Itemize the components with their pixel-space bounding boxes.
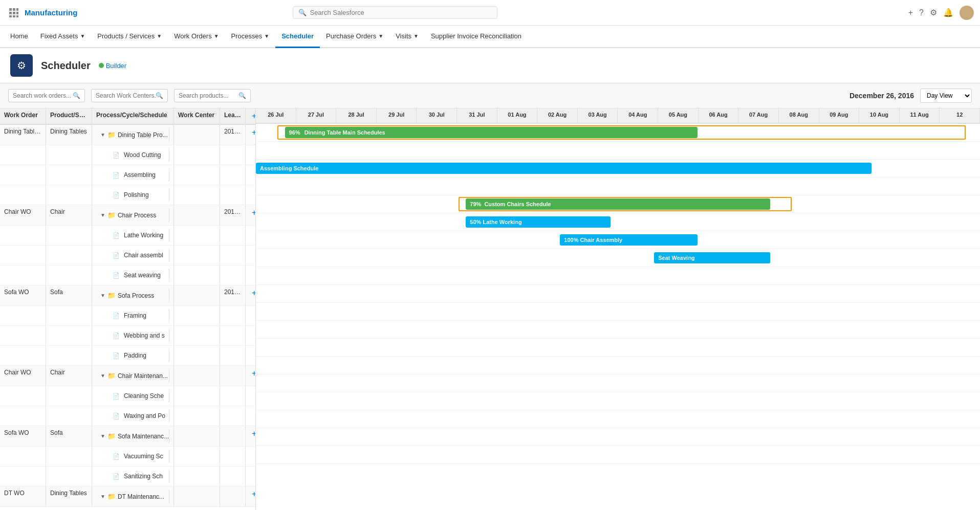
add-row-button[interactable]: + <box>250 208 256 217</box>
add-row-button[interactable]: + <box>250 128 256 137</box>
top-right-icons: + ? ⚙ 🔔 <box>908 6 974 20</box>
timeline-col: 04 Aug <box>618 108 658 123</box>
builder-link[interactable]: Builder <box>99 62 126 70</box>
expand-icon[interactable]: ▼ <box>100 494 105 499</box>
search-input[interactable] <box>310 9 492 16</box>
table-row: 📄Vacuuming Sc <box>0 447 255 467</box>
search-icon: 🔍 <box>238 92 246 99</box>
folder-icon: 📁 <box>107 432 116 440</box>
expand-icon[interactable]: ▼ <box>100 132 105 138</box>
gantt-inner: 26 Jul 27 Jul 28 Jul 29 Jul 30 Jul 31 Ju… <box>256 108 980 464</box>
timeline-col: 08 Aug <box>779 108 819 123</box>
gantt-bar-dining-table-main[interactable]: 96% Dinning Table Main Schedules <box>285 127 698 138</box>
table-row: 📄Webbing and s <box>0 326 255 346</box>
doc-icon: 📄 <box>113 313 120 319</box>
gantt-bar-row <box>256 357 980 374</box>
add-icon[interactable]: + <box>908 8 913 17</box>
timeline-col: 05 Aug <box>658 108 699 123</box>
gantt-bar-row: Seat Weaving <box>256 249 980 267</box>
scheduler-icon: ⚙ <box>10 54 33 77</box>
search-work-centers-input[interactable]: 🔍 <box>91 89 168 102</box>
process-cell: ▼ 📁 Chair Process <box>92 205 174 225</box>
settings-icon[interactable]: ⚙ <box>930 8 937 17</box>
gantt-bar-chair-assembly[interactable]: 100% Chair Assembly <box>560 234 698 246</box>
bar-percent: 79% <box>470 201 481 207</box>
nav-item-visits[interactable]: Visits ▼ <box>389 26 425 48</box>
add-row-button[interactable]: + <box>250 429 256 438</box>
add-col-button[interactable]: + <box>250 112 256 121</box>
expand-icon[interactable]: ▼ <box>100 373 105 379</box>
view-select[interactable]: Day View Week View Month View <box>920 88 972 103</box>
gantt-bar-row: 50% Lathe Working <box>256 213 980 231</box>
date-display: December 26, 2016 <box>850 92 914 100</box>
table-row: 📄Waxing and Po <box>0 406 255 426</box>
nav-item-products-services[interactable]: Products / Services ▼ <box>91 26 168 48</box>
expand-icon[interactable]: ▼ <box>100 212 105 218</box>
gantt-bar-row <box>256 267 980 285</box>
search-work-orders-input[interactable]: 🔍 <box>8 89 85 102</box>
doc-icon: 📄 <box>113 152 120 159</box>
folder-icon: 📁 <box>107 493 116 500</box>
col-process: Process/Cycle/Schedule <box>92 108 174 124</box>
avatar[interactable] <box>960 6 974 20</box>
add-row-button[interactable]: + <box>250 490 256 499</box>
global-search[interactable]: 🔍 <box>293 6 497 19</box>
search-icon: 🔍 <box>73 92 80 99</box>
right-panel[interactable]: 26 Jul 27 Jul 28 Jul 29 Jul 30 Jul 31 Ju… <box>256 108 980 510</box>
doc-icon: 📄 <box>113 352 120 359</box>
nav-item-purchase-orders[interactable]: Purchase Orders ▼ <box>320 26 389 48</box>
toolbar: 🔍 🔍 🔍 December 26, 2016 Day View Week Vi… <box>0 83 980 108</box>
notifications-icon[interactable]: 🔔 <box>943 8 953 17</box>
nav-item-work-orders[interactable]: Work Orders ▼ <box>168 26 225 48</box>
timeline-col: 28 Jul <box>336 108 377 123</box>
add-row-button[interactable]: + <box>250 369 256 378</box>
col-product-service: Product/Service <box>46 108 92 124</box>
gantt-bar-seat-weaving[interactable]: Seat Weaving <box>654 252 770 263</box>
bar-label: Seat Weaving <box>658 255 694 261</box>
gantt-bar-row: 96% Dinning Table Main Schedules <box>256 124 980 142</box>
expand-icon[interactable]: ▼ <box>100 433 105 439</box>
timeline-col: 07 Aug <box>738 108 779 123</box>
chevron-down-icon: ▼ <box>214 33 219 39</box>
table-row: Chair WO Chair ▼ 📁 Chair Maintenan... + <box>0 366 255 386</box>
bar-label: 100% Chair Assembly <box>564 237 622 243</box>
gantt-bar-lathe[interactable]: 50% Lathe Working <box>466 216 611 228</box>
timeline-col: 12 <box>940 108 980 123</box>
nav-item-fixed-assets[interactable]: Fixed Assets ▼ <box>34 26 92 48</box>
gantt-bar-row <box>256 142 980 160</box>
chevron-down-icon: ▼ <box>413 33 419 39</box>
main-nav: Home Fixed Assets ▼ Products / Services … <box>0 26 980 48</box>
col-work-order: Work Order <box>0 108 46 124</box>
svg-rect-5 <box>16 12 18 14</box>
col-work-center: Work Center <box>174 108 220 124</box>
table-row: 📄Cleaning Sche <box>0 386 255 406</box>
table-row: Chair WO Chair ▼ 📁 Chair Process 2016-08… <box>0 205 255 226</box>
timeline-col: 10 Aug <box>859 108 900 123</box>
gantt-bar-assembling[interactable]: Assembling Schedule <box>256 163 872 174</box>
search-products-input[interactable]: 🔍 <box>174 89 251 102</box>
chevron-down-icon: ▼ <box>264 33 269 39</box>
gantt-bar-custom-chairs[interactable]: 79% Custom Chairs Schedule <box>466 198 770 210</box>
nav-item-scheduler[interactable]: Scheduler <box>275 26 320 48</box>
table-row: Sofa WO Sofa ▼ 📁 Sofa Maintenanc... + <box>0 426 255 447</box>
doc-icon: 📄 <box>113 172 120 179</box>
add-row-button[interactable]: + <box>250 289 256 298</box>
timeline-col: 26 Jul <box>256 108 296 123</box>
table-row: DT WO Dining Tables ▼ 📁 DT Maintenanc...… <box>0 486 255 507</box>
gantt-bar-row: 79% Custom Chairs Schedule <box>256 195 980 213</box>
app-grid-icon[interactable] <box>6 5 21 20</box>
sub-process-cell: 📄 Polishing <box>92 185 174 205</box>
nav-item-home[interactable]: Home <box>4 26 34 48</box>
expand-icon[interactable]: ▼ <box>100 293 105 298</box>
timeline-col: 27 Jul <box>296 108 337 123</box>
chevron-down-icon: ▼ <box>157 33 162 39</box>
nav-item-supplier-invoice[interactable]: Supplier Invoice Reconciliation <box>425 26 528 48</box>
page-title: Scheduler <box>41 60 91 72</box>
svg-rect-1 <box>13 8 15 11</box>
nav-item-processes[interactable]: Processes ▼ <box>225 26 276 48</box>
help-icon[interactable]: ? <box>919 8 924 17</box>
search-icon: 🔍 <box>156 92 163 99</box>
gantt-bar-row <box>256 285 980 303</box>
table-row: 📄Framing <box>0 306 255 326</box>
bar-label: Custom Chairs Schedule <box>484 201 551 207</box>
